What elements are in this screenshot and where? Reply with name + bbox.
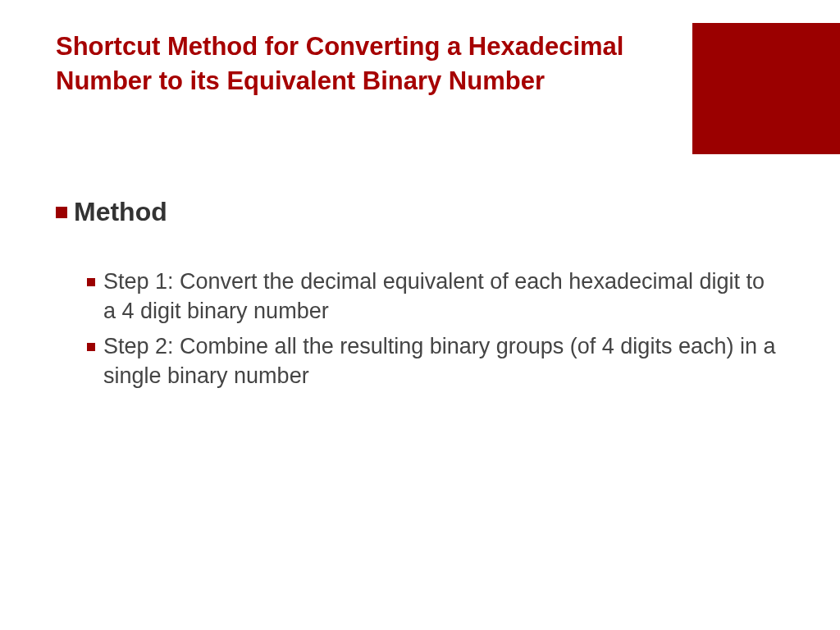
- bullet-heading: Method: [56, 197, 778, 227]
- bullet-marker-icon: [87, 343, 95, 351]
- slide-content: Method Step 1: Convert the decimal equiv…: [56, 197, 778, 396]
- step-text: Step 1: Convert the decimal equivalent o…: [103, 267, 778, 326]
- section-heading: Method: [74, 197, 167, 227]
- list-item: Step 1: Convert the decimal equivalent o…: [87, 267, 778, 326]
- slide-title: Shortcut Method for Converting a Hexadec…: [56, 30, 646, 98]
- header-accent-box: [692, 23, 840, 154]
- step-text: Step 2: Combine all the resulting binary…: [103, 331, 778, 391]
- list-item: Step 2: Combine all the resulting binary…: [87, 331, 778, 391]
- bullet-marker-icon: [56, 207, 67, 218]
- bullet-marker-icon: [87, 278, 95, 286]
